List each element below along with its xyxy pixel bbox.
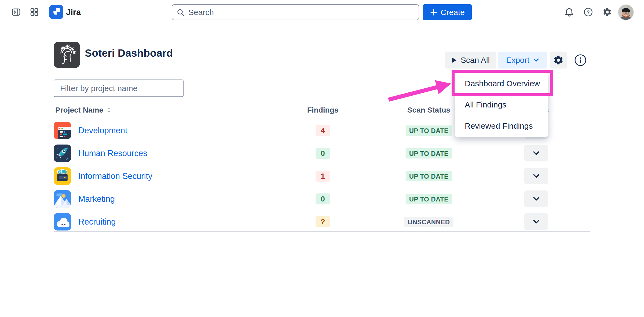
user-avatar[interactable] [618,5,634,20]
chevron-down-icon [533,174,540,178]
findings-badge: 1 [316,171,330,182]
status-badge: UP TO DATE [406,194,452,204]
gear-icon [553,55,564,66]
export-button[interactable]: Export [498,52,547,69]
menu-item-reviewed-findings[interactable]: Reviewed Findings [455,116,548,137]
column-header-findings: Findings [307,106,339,114]
findings-badge: 0 [316,148,330,159]
status-badge: UNSCANNED [404,217,453,227]
notifications-button[interactable] [564,7,575,18]
chevron-down-icon [533,219,540,224]
row-actions-button[interactable] [524,168,548,184]
project-name-header-label: Project Name [55,106,103,114]
menu-item-dashboard-overview[interactable]: Dashboard Overview [455,73,548,94]
jira-mark-icon [51,6,62,18]
svg-text:?: ? [587,9,590,15]
chevron-down-icon [533,197,540,201]
sort-icon [107,107,111,113]
chevron-down-icon [533,58,539,62]
project-icon-human-resources [54,145,71,162]
row-actions-button[interactable] [524,213,548,230]
project-icon-development [54,122,71,139]
help-icon: ? [583,7,593,18]
sidebar-toggle-button[interactable] [11,7,21,18]
table-row: Recruiting ? UNSCANNED [54,213,590,236]
info-button[interactable] [574,54,587,66]
table-row: Information Security 1 UP TO DATE [54,167,590,190]
avatar-image [618,5,634,20]
sidebar-toggle-icon [11,7,21,18]
play-icon [452,57,457,63]
table-row: Marketing 0 UP TO DATE [54,190,590,213]
settings-button[interactable] [602,7,613,18]
scan-all-button[interactable]: Scan All [445,52,496,69]
project-link[interactable]: Recruiting [78,213,116,231]
bell-icon [564,7,574,18]
soteri-app-logo [54,42,80,68]
export-label: Export [506,56,529,65]
project-icon-recruiting [54,213,71,230]
table-bottom-divider [54,231,590,232]
column-header-project-name[interactable]: Project Name [55,106,111,114]
export-menu: Dashboard Overview All Findings Reviewed… [455,73,548,137]
help-button[interactable]: ? [583,7,594,18]
findings-badge: ? [316,216,330,227]
project-filter-input[interactable] [54,80,184,97]
project-icon-marketing [54,190,71,208]
app-name: Jira [66,0,81,25]
table-row: Human Resources 0 UP TO DATE [54,144,590,167]
jira-logo[interactable] [49,5,63,19]
create-button-label: Create [441,8,465,17]
project-link[interactable]: Human Resources [78,144,147,162]
status-badge: UP TO DATE [406,171,452,181]
status-badge: UP TO DATE [406,148,452,158]
search-field [172,4,419,20]
row-actions-button[interactable] [524,190,548,207]
gear-icon [602,7,612,18]
status-badge: UP TO DATE [406,125,452,136]
findings-badge: 0 [316,193,330,204]
project-link[interactable]: Information Security [78,167,152,185]
menu-item-all-findings[interactable]: All Findings [455,94,548,115]
search-icon [177,8,185,16]
app-grid-icon [30,8,39,17]
plus-icon [430,9,437,16]
scan-all-label: Scan All [461,56,490,65]
search-input[interactable] [188,8,414,17]
row-actions-button[interactable] [524,145,548,161]
project-link[interactable]: Marketing [78,190,115,208]
column-header-scan-status: Scan Status [407,106,450,114]
top-navigation-bar: Jira Create ? [0,0,644,25]
findings-badge: 4 [316,125,330,136]
page-title: Soteri Dashboard [85,47,173,59]
chevron-down-icon [533,151,540,155]
app-switcher-button[interactable] [29,7,40,18]
create-button[interactable]: Create [423,4,472,20]
dashboard-settings-button[interactable] [550,52,567,69]
project-link[interactable]: Development [78,121,127,139]
info-icon [574,54,587,66]
project-icon-information-security [54,167,71,185]
